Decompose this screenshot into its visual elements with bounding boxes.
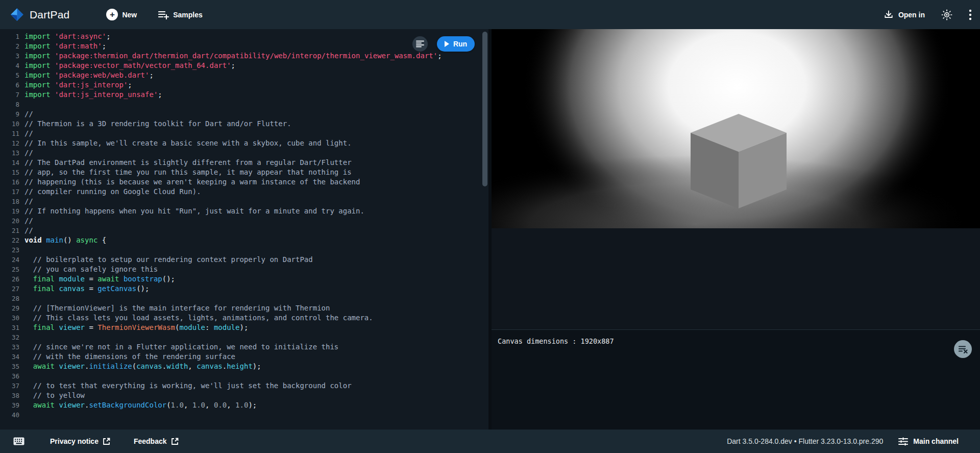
privacy-notice-link[interactable]: Privacy notice	[50, 437, 110, 445]
app-title: DartPad	[30, 9, 69, 21]
samples-button[interactable]: Samples	[158, 10, 203, 19]
header-actions: Open in	[884, 9, 972, 20]
code-line[interactable]: 40	[0, 410, 488, 420]
line-number: 3	[0, 51, 19, 61]
open-in-new-icon	[171, 438, 179, 445]
line-number: 15	[0, 168, 19, 177]
line-number: 14	[0, 158, 19, 168]
feedback-link[interactable]: Feedback	[134, 437, 179, 445]
code-line[interactable]: 35 await viewer.initialize(canvas.width,…	[0, 362, 488, 371]
line-number: 21	[0, 226, 19, 235]
line-number: 10	[0, 119, 19, 129]
code-lines: 1import 'dart:async';2import 'dart:math'…	[0, 29, 488, 420]
code-line[interactable]: 3import 'package:thermion_dart/thermion_…	[0, 51, 488, 61]
line-number: 35	[0, 362, 19, 371]
channel-selector[interactable]: Main channel	[898, 437, 959, 446]
code-line[interactable]: 5import 'package:web/web.dart';	[0, 70, 488, 80]
dartpad-app: DartPad + New Samples	[0, 0, 980, 453]
keyboard-icon	[13, 437, 24, 445]
line-number: 40	[0, 410, 19, 420]
code-line[interactable]: 17// compiler running on Google Cloud Ru…	[0, 187, 488, 197]
line-number: 12	[0, 138, 19, 148]
new-button-label: New	[122, 11, 137, 19]
tune-icon	[898, 437, 908, 446]
code-line[interactable]: 7import 'dart:js_interop_unsafe';	[0, 90, 488, 100]
code-line[interactable]: 13//	[0, 148, 488, 158]
keyboard-shortcuts-button[interactable]	[13, 437, 24, 445]
line-number: 32	[0, 332, 19, 342]
code-line[interactable]: 27 final canvas = getCanvas();	[0, 284, 488, 294]
code-line[interactable]: 39 await viewer.setBackgroundColor(1.0, …	[0, 400, 488, 410]
brightness-icon	[941, 9, 952, 20]
line-number: 36	[0, 371, 19, 381]
format-button[interactable]	[412, 36, 428, 52]
code-line[interactable]: 15// app, so the first time you run this…	[0, 168, 488, 177]
console-panel: Canvas dimensions : 980x453	[492, 329, 980, 430]
code-line[interactable]: 21//	[0, 226, 488, 235]
code-line[interactable]: 30 // This class lets you load assets, l…	[0, 313, 488, 323]
feedback-label: Feedback	[134, 437, 167, 445]
format-align-icon	[416, 40, 424, 47]
editor-scrollbar[interactable]	[482, 32, 487, 186]
footer-status: Dart 3.5.0-284.0.dev • Flutter 3.23.0-13…	[727, 437, 959, 446]
render-canvas[interactable]	[492, 29, 980, 228]
line-number: 34	[0, 352, 19, 362]
code-line[interactable]: 37 // to test that everything is working…	[0, 381, 488, 391]
code-line[interactable]: 23	[0, 245, 488, 255]
line-number: 1	[0, 32, 19, 41]
open-in-new-icon	[103, 438, 110, 445]
code-line[interactable]: 22void main() async {	[0, 235, 488, 245]
code-line[interactable]: 14// The DartPad environment is slightly…	[0, 158, 488, 168]
code-line[interactable]: 12// In this sample, we'll create a basi…	[0, 138, 488, 148]
channel-label: Main channel	[913, 437, 959, 445]
line-number: 30	[0, 313, 19, 323]
code-line[interactable]: 33 // since we're not in a Flutter appli…	[0, 342, 488, 352]
line-number: 18	[0, 197, 19, 206]
line-number: 20	[0, 216, 19, 226]
code-line[interactable]: 6import 'dart:js_interop';	[0, 80, 488, 90]
line-number: 22	[0, 235, 19, 245]
open-in-label: Open in	[898, 11, 925, 19]
code-editor[interactable]: 1import 'dart:async';2import 'dart:math'…	[0, 29, 488, 430]
line-number: 29	[0, 303, 19, 313]
code-line[interactable]: 28	[0, 294, 488, 303]
code-line[interactable]: 25 // you can safely ignore this	[0, 265, 488, 274]
code-line[interactable]: 16// happening (this is because we aren'…	[0, 177, 488, 187]
code-line[interactable]: 18//	[0, 197, 488, 206]
code-line[interactable]: 31 final viewer = ThermionViewerWasm(mod…	[0, 323, 488, 332]
line-number: 7	[0, 90, 19, 100]
version-text: Dart 3.5.0-284.0.dev • Flutter 3.23.0-13…	[727, 437, 883, 445]
line-number: 16	[0, 177, 19, 187]
clear-console-icon	[959, 345, 968, 353]
line-number: 8	[0, 100, 19, 109]
code-line[interactable]: 24 // boilerplate to setup our rendering…	[0, 255, 488, 265]
line-number: 5	[0, 70, 19, 80]
overflow-menu-button[interactable]	[969, 9, 972, 20]
code-line[interactable]: 26 final module = await bootstrap();	[0, 274, 488, 284]
new-button[interactable]: + New	[106, 9, 137, 20]
code-line[interactable]: 38 // to yellow	[0, 391, 488, 400]
theme-toggle-button[interactable]	[941, 9, 952, 20]
code-line[interactable]: 34 // with the dimensions of the renderi…	[0, 352, 488, 362]
code-line[interactable]: 19// If nothing happens when you hit "Ru…	[0, 206, 488, 216]
run-button-label: Run	[453, 40, 467, 48]
code-line[interactable]: 8	[0, 100, 488, 109]
code-line[interactable]: 36	[0, 371, 488, 381]
code-line[interactable]: 9//	[0, 109, 488, 119]
run-button[interactable]: Run	[437, 36, 475, 52]
code-line[interactable]: 10// Thermion is a 3D rendering toolkit …	[0, 119, 488, 129]
line-number: 4	[0, 61, 19, 70]
cube-3d	[691, 114, 787, 208]
open-in-button[interactable]: Open in	[884, 10, 925, 20]
line-number: 6	[0, 80, 19, 90]
code-line[interactable]: 20//	[0, 216, 488, 226]
samples-button-label: Samples	[173, 11, 203, 19]
code-line[interactable]: 11//	[0, 129, 488, 138]
line-number: 17	[0, 187, 19, 197]
code-line[interactable]: 29 // [ThermionViewer] is the main inter…	[0, 303, 488, 313]
clear-console-button[interactable]	[954, 340, 972, 358]
playlist-add-icon	[158, 10, 169, 19]
code-line[interactable]: 4import 'package:vector_math/vector_math…	[0, 61, 488, 70]
code-line[interactable]: 32	[0, 332, 488, 342]
console-output: Canvas dimensions : 980x453	[492, 330, 980, 345]
